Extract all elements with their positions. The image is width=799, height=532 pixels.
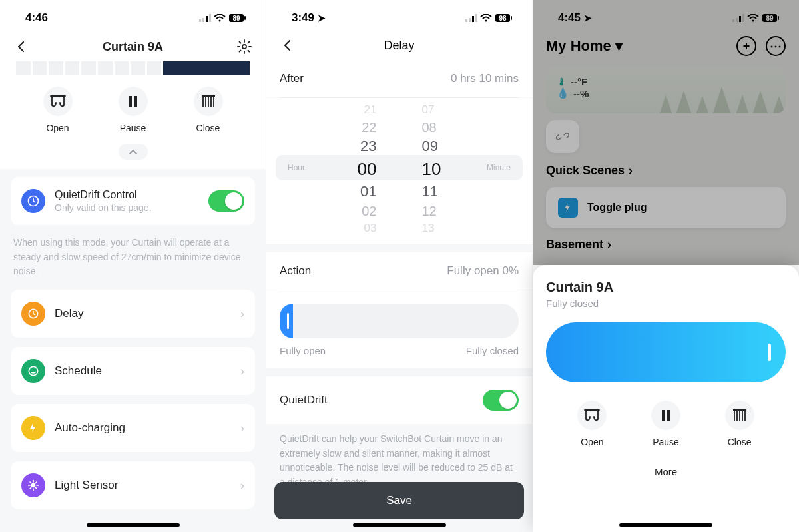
schedule-icon xyxy=(21,359,45,383)
svg-text:98: 98 xyxy=(499,15,507,22)
status-time: 4:46 xyxy=(25,11,48,25)
action-value: Fully open 0% xyxy=(447,264,519,278)
battery-icon: 98 xyxy=(495,13,513,23)
svg-point-19 xyxy=(485,20,487,22)
battery-icon: 89 xyxy=(762,13,780,23)
wifi-icon xyxy=(214,14,226,22)
quietdrift-subtitle: Only valid on this page. xyxy=(55,202,208,213)
control-row: Open Pause Close xyxy=(0,75,266,140)
quietdrift-title: QuietDrift Control xyxy=(55,189,208,201)
home-indicator[interactable] xyxy=(619,523,712,527)
more-menu-button[interactable]: ⋯ xyxy=(766,36,786,56)
pause-button[interactable]: Pause xyxy=(651,401,680,447)
sheet-status: Fully closed xyxy=(546,298,786,309)
chevron-right-icon: › xyxy=(240,421,244,435)
curtain-open-icon xyxy=(583,408,601,423)
quietdrift-hint: When using this mode, your Curtain will … xyxy=(11,225,255,290)
svg-rect-31 xyxy=(662,410,665,421)
temp-value: --°F xyxy=(571,76,587,87)
slider-left-label: Fully open xyxy=(280,345,326,356)
svg-rect-18 xyxy=(475,14,477,22)
position-slider[interactable] xyxy=(280,304,519,338)
row-light-sensor[interactable]: Light Sensor › xyxy=(11,461,255,509)
slider-knob[interactable] xyxy=(280,304,293,338)
svg-rect-26 xyxy=(742,14,744,22)
scene-label: Toggle plug xyxy=(587,202,647,214)
wifi-icon xyxy=(480,14,492,22)
humidity-value: --% xyxy=(573,88,589,99)
svg-text:89: 89 xyxy=(766,15,774,22)
status-bar: 3:49 ➤ 98 xyxy=(266,0,532,29)
cellular-icon xyxy=(465,14,477,22)
back-button[interactable] xyxy=(13,39,29,55)
row-auto-charging[interactable]: Auto-charging › xyxy=(11,404,255,452)
battery-icon: 89 xyxy=(228,13,247,23)
pause-icon xyxy=(661,409,670,421)
scene-toggle-plug[interactable]: Toggle plug xyxy=(546,187,786,228)
close-label: Close xyxy=(728,437,752,447)
page-title: Curtain 9A xyxy=(103,40,163,54)
chevron-down-icon: ▾ xyxy=(615,37,623,55)
quietdrift-toggle[interactable] xyxy=(208,190,244,212)
position-slider[interactable] xyxy=(546,322,786,382)
quick-scenes-header[interactable]: Quick Scenes › xyxy=(533,164,799,178)
svg-rect-3 xyxy=(209,14,211,22)
chevron-right-icon: › xyxy=(607,238,611,252)
svg-rect-25 xyxy=(739,16,741,22)
svg-rect-17 xyxy=(472,16,474,22)
add-button[interactable]: + xyxy=(736,36,756,56)
picker-hour-selected[interactable]: 00 xyxy=(358,156,377,182)
time-picker[interactable]: Hour Minute 2107 2208 2309 0010 0111 021… xyxy=(266,98,532,244)
wifi-icon xyxy=(747,14,759,22)
open-button[interactable]: Open xyxy=(577,401,607,447)
collapse-controls[interactable] xyxy=(0,140,266,169)
status-time: 4:45 ➤ xyxy=(558,11,592,25)
svg-rect-2 xyxy=(206,16,208,22)
svg-rect-6 xyxy=(244,16,246,20)
home-title-dropdown[interactable]: My Home ▾ xyxy=(546,37,623,55)
quietdrift-toggle[interactable] xyxy=(483,390,519,411)
close-button[interactable]: Close xyxy=(725,401,754,447)
position-slider-card: Fully open Fully closed xyxy=(266,290,532,368)
svg-rect-29 xyxy=(778,16,779,20)
svg-rect-10 xyxy=(134,96,137,107)
status-right: 89 xyxy=(199,13,247,23)
after-value: 0 hrs 10 mins xyxy=(451,72,519,85)
more-button[interactable]: More xyxy=(546,454,786,483)
basement-section-header[interactable]: Basement › xyxy=(533,238,799,256)
open-label: Open xyxy=(581,437,603,447)
svg-rect-23 xyxy=(732,19,734,22)
status-bar: 4:45 ➤ 89 xyxy=(533,0,799,29)
sheet-title: Curtain 9A xyxy=(546,280,786,295)
chevron-right-icon: › xyxy=(240,307,244,321)
picker-minute-selected[interactable]: 10 xyxy=(422,156,441,182)
open-button[interactable]: Open xyxy=(43,87,73,133)
pause-label: Pause xyxy=(120,123,146,133)
svg-rect-1 xyxy=(202,18,204,22)
cellular-icon xyxy=(732,14,744,22)
svg-rect-16 xyxy=(469,18,471,22)
schedule-label: Schedule xyxy=(55,364,240,378)
settings-gear-icon[interactable] xyxy=(236,39,252,55)
thermometer-icon: 🌡 xyxy=(557,76,567,87)
svg-point-8 xyxy=(242,45,246,49)
close-button[interactable]: Close xyxy=(194,87,223,133)
broken-link-card[interactable] xyxy=(546,120,579,153)
broken-link-icon xyxy=(555,129,571,144)
after-label: After xyxy=(280,72,304,85)
pause-button[interactable]: Pause xyxy=(119,87,148,133)
curtain-close-icon xyxy=(732,408,748,423)
scene-icon xyxy=(558,198,578,218)
weather-card[interactable]: 🌡--°F 💧--% xyxy=(546,67,786,113)
slider-right-label: Fully closed xyxy=(466,345,519,356)
humidity-icon: 💧 xyxy=(557,87,569,99)
action-label: Action xyxy=(280,264,311,278)
svg-rect-15 xyxy=(465,19,467,22)
save-button[interactable]: Save xyxy=(274,482,524,519)
row-delay[interactable]: Delay › xyxy=(11,290,255,338)
row-schedule[interactable]: Schedule › xyxy=(11,347,255,395)
quietdrift-row: QuietDrift xyxy=(266,376,532,424)
nav-bar: Curtain 9A xyxy=(0,29,266,61)
home-indicator[interactable] xyxy=(87,523,180,527)
home-indicator[interactable] xyxy=(353,523,446,527)
